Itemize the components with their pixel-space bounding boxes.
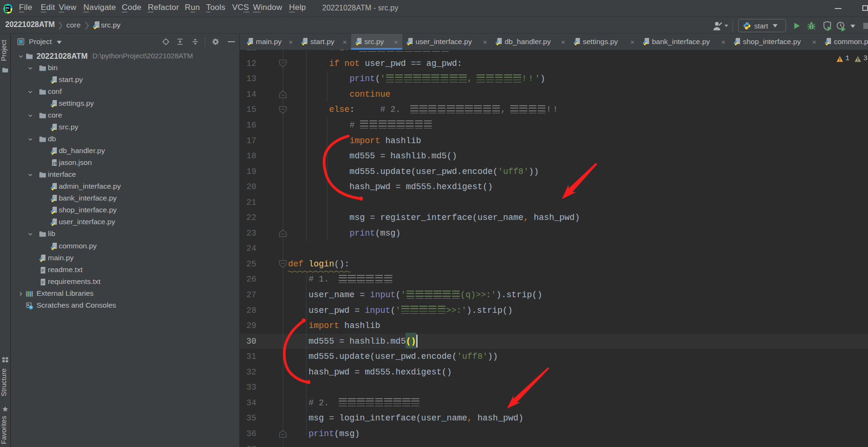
svg-text:PC: PC [6,7,10,9]
